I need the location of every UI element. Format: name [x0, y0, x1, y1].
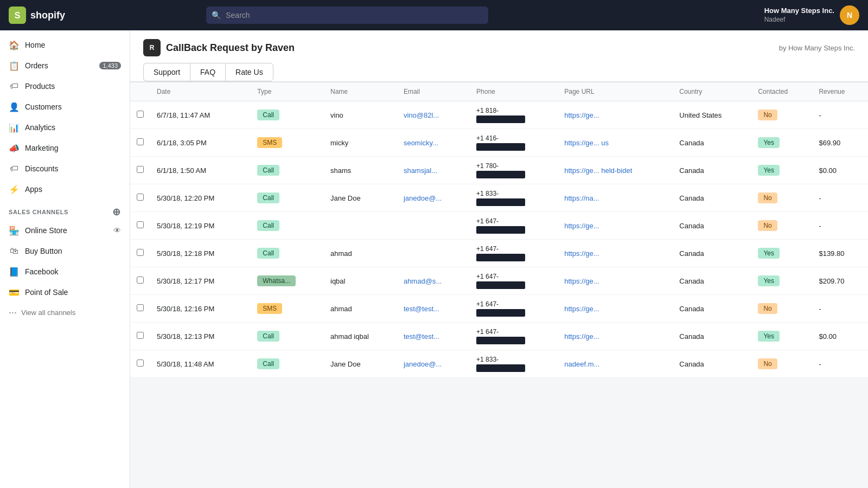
sidebar-item-online-store[interactable]: 🏪 Online Store 👁: [0, 220, 130, 241]
sidebar-item-home[interactable]: 🏠 Home: [0, 35, 130, 55]
row-url[interactable]: https://ge...: [558, 323, 673, 350]
row-checkbox[interactable]: [130, 129, 150, 157]
row-contacted: No: [751, 184, 812, 212]
svg-text:S: S: [15, 11, 21, 20]
row-email[interactable]: shamsjal...: [397, 157, 470, 184]
row-phone: +1 647-: [470, 295, 558, 323]
sidebar-item-point-of-sale[interactable]: 💳 Point of Sale: [0, 282, 130, 303]
table-row: 5/30/18, 12:16 PM SMS ahmad test@test...…: [130, 295, 868, 323]
row-type: Whatsa...: [251, 267, 324, 295]
sidebar-item-analytics[interactable]: 📊 Analytics: [0, 117, 130, 138]
sidebar-item-marketing[interactable]: 📣 Marketing: [0, 138, 130, 158]
col-date: Date: [150, 82, 251, 101]
row-checkbox[interactable]: [130, 295, 150, 323]
row-url[interactable]: https://ge... us: [558, 129, 673, 157]
row-date: 5/30/18, 12:19 PM: [150, 212, 251, 240]
table-row: 5/30/18, 12:19 PM Call +1 647- https://g…: [130, 212, 868, 240]
sidebar: 🏠 Home 📋 Orders 1,433 🏷 Products 👤 Custo…: [0, 30, 130, 488]
row-email[interactable]: test@test...: [397, 295, 470, 323]
app-title: CallBack Request by Raven: [166, 42, 295, 54]
sidebar-label-buy-button: Buy Button: [25, 247, 62, 255]
row-name: shams: [324, 157, 397, 184]
row-url[interactable]: https://ge...: [558, 240, 673, 267]
row-phone: +1 780-: [470, 157, 558, 184]
row-checkbox[interactable]: [130, 323, 150, 350]
row-email[interactable]: vino@82l...: [397, 101, 470, 129]
row-url[interactable]: https://ge...: [558, 101, 673, 129]
row-email[interactable]: [397, 240, 470, 267]
add-channel-icon[interactable]: ⊕: [112, 206, 121, 218]
row-checkbox[interactable]: [130, 101, 150, 129]
table-row: 6/1/18, 3:05 PM SMS micky seomicky... +1…: [130, 129, 868, 157]
row-country: Canada: [673, 323, 751, 350]
row-revenue: -: [812, 101, 868, 129]
row-type: Call: [251, 157, 324, 184]
col-country: Country: [673, 82, 751, 101]
row-email[interactable]: test@test...: [397, 323, 470, 350]
tab-faq[interactable]: FAQ: [190, 63, 225, 81]
sidebar-label-pos: Point of Sale: [25, 288, 68, 297]
sidebar-label-discounts: Discounts: [25, 164, 58, 173]
sidebar-item-apps[interactable]: ⚡ Apps: [0, 179, 130, 200]
row-email[interactable]: janedoe@...: [397, 184, 470, 212]
row-contacted: Yes: [751, 267, 812, 295]
row-country: Canada: [673, 267, 751, 295]
topnav: S shopify 🔍 How Many Steps Inc. Nadeef N: [0, 0, 868, 30]
sidebar-item-discounts[interactable]: 🏷 Discounts: [0, 158, 130, 179]
row-type: SMS: [251, 129, 324, 157]
avatar[interactable]: N: [840, 5, 859, 25]
col-phone: Phone: [470, 82, 558, 101]
row-url[interactable]: https://ge...: [558, 212, 673, 240]
shopify-logo[interactable]: S shopify: [9, 7, 65, 24]
row-country: Canada: [673, 212, 751, 240]
row-type: Call: [251, 240, 324, 267]
view-all-channels[interactable]: ··· View all channels: [0, 303, 130, 323]
row-email[interactable]: ahmad@s...: [397, 267, 470, 295]
row-url[interactable]: https://ge...: [558, 267, 673, 295]
row-checkbox[interactable]: [130, 157, 150, 184]
row-country: Canada: [673, 129, 751, 157]
row-email[interactable]: [397, 212, 470, 240]
row-checkbox[interactable]: [130, 212, 150, 240]
discounts-icon: 🏷: [9, 163, 20, 174]
row-revenue: -: [812, 350, 868, 378]
table-row: 6/1/18, 1:50 AM Call shams shamsjal... +…: [130, 157, 868, 184]
row-checkbox[interactable]: [130, 267, 150, 295]
col-name: Name: [324, 82, 397, 101]
shopify-logo-text: shopify: [30, 10, 65, 21]
search-input[interactable]: [206, 7, 488, 24]
row-contacted: Yes: [751, 129, 812, 157]
row-url[interactable]: https://ge... held-bidet: [558, 157, 673, 184]
row-email[interactable]: seomicky...: [397, 129, 470, 157]
sidebar-label-products: Products: [25, 82, 55, 91]
row-phone: +1 647-: [470, 323, 558, 350]
table-row: 5/30/18, 12:17 PM Whatsa... iqbal ahmad@…: [130, 267, 868, 295]
sidebar-item-customers[interactable]: 👤 Customers: [0, 97, 130, 117]
row-contacted: No: [751, 101, 812, 129]
sidebar-item-orders[interactable]: 📋 Orders 1,433: [0, 55, 130, 76]
row-name: ahmad iqbal: [324, 323, 397, 350]
row-checkbox[interactable]: [130, 184, 150, 212]
app-tabs: Support FAQ Rate Us: [143, 63, 855, 81]
tab-rate-us[interactable]: Rate Us: [225, 63, 273, 81]
row-phone: +1 818-: [470, 101, 558, 129]
sales-channels-label: SALES CHANNELS: [9, 209, 68, 215]
row-email[interactable]: janedoe@...: [397, 350, 470, 378]
row-checkbox[interactable]: [130, 350, 150, 378]
sidebar-item-products[interactable]: 🏷 Products: [0, 76, 130, 97]
row-phone: +1 647-: [470, 212, 558, 240]
row-name: [324, 212, 397, 240]
row-url[interactable]: https://na...: [558, 184, 673, 212]
tab-support[interactable]: Support: [143, 63, 190, 81]
eye-icon[interactable]: 👁: [113, 226, 121, 235]
row-phone: +1 647-: [470, 240, 558, 267]
row-checkbox[interactable]: [130, 240, 150, 267]
row-name: micky: [324, 129, 397, 157]
row-name: ahmad: [324, 240, 397, 267]
row-url[interactable]: nadeef.m...: [558, 350, 673, 378]
row-url[interactable]: https://ge...: [558, 295, 673, 323]
sidebar-label-home: Home: [25, 41, 45, 49]
sidebar-item-facebook[interactable]: 📘 Facebook: [0, 261, 130, 282]
sidebar-item-buy-button[interactable]: 🛍 Buy Button: [0, 241, 130, 261]
layout: 🏠 Home 📋 Orders 1,433 🏷 Products 👤 Custo…: [0, 30, 868, 488]
